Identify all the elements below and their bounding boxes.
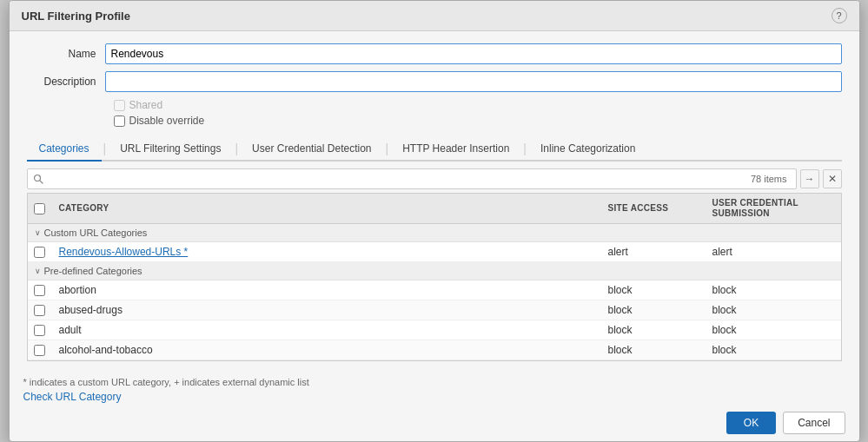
category-link[interactable]: Rendevous-Allowed-URLs * <box>59 246 189 258</box>
table-body: ∨ Custom URL Categories Rendevous-Allowe… <box>28 224 841 360</box>
tab-inline-categorization[interactable]: Inline Categorization <box>528 137 647 162</box>
tab-http-header-insertion[interactable]: HTTP Header Insertion <box>390 137 521 162</box>
check-url-link[interactable]: Check URL Category <box>23 391 845 403</box>
dialog-body: Name Description Shared Disable override… <box>10 31 859 370</box>
dialog-footer: * indicates a custom URL category, + ind… <box>10 370 859 441</box>
items-count: 78 items <box>751 174 791 184</box>
row-scroll <box>827 307 841 313</box>
row-scroll <box>827 248 841 255</box>
search-icon <box>33 174 43 184</box>
row-user-credential: block <box>706 340 827 360</box>
th-user-credential: USER CREDENTIAL SUBMISSION <box>706 194 827 223</box>
cancel-button[interactable]: Cancel <box>783 412 845 434</box>
row-category-name: adult <box>52 320 601 340</box>
dialog-header: URL Filtering Profile ? <box>10 1 859 31</box>
name-label: Name <box>27 48 105 60</box>
search-input[interactable] <box>47 173 747 185</box>
row-select-checkbox[interactable] <box>34 305 45 316</box>
description-label: Description <box>27 76 105 88</box>
row-category-name: alcohol-and-tobacco <box>52 340 601 360</box>
row-checkbox[interactable] <box>28 301 52 320</box>
row-site-access: block <box>601 280 706 300</box>
row-checkbox[interactable] <box>28 281 52 300</box>
row-select-checkbox[interactable] <box>34 345 45 356</box>
svg-line-1 <box>39 181 42 183</box>
table-row: abused-drugs block block <box>28 300 841 320</box>
table-row: abortion block block <box>28 280 841 300</box>
group-predefined-label: ∨ Pre-defined Categories <box>28 262 841 280</box>
th-category: CATEGORY <box>52 199 601 218</box>
group-custom-url-label: ∨ Custom URL Categories <box>28 224 841 241</box>
tab-user-credential-detection[interactable]: User Credential Detection <box>240 137 383 162</box>
row-scroll <box>827 346 841 353</box>
row-user-credential: alert <box>706 242 827 261</box>
row-site-access: alert <box>601 242 706 261</box>
tabs-bar: Categories | URL Filtering Settings | Us… <box>27 137 842 162</box>
row-user-credential: block <box>706 300 827 320</box>
tab-url-filtering-settings[interactable]: URL Filtering Settings <box>108 137 233 162</box>
th-site-access: SITE ACCESS <box>601 199 706 218</box>
footer-note: * indicates a custom URL category, + ind… <box>23 377 845 387</box>
row-category-name: Rendevous-Allowed-URLs * <box>52 242 601 261</box>
row-checkbox[interactable] <box>28 321 52 340</box>
shared-checkbox[interactable] <box>114 100 125 111</box>
disable-override-row: Disable override <box>114 115 842 127</box>
row-site-access: block <box>601 320 706 340</box>
search-close-button[interactable]: ✕ <box>823 169 842 188</box>
description-row: Description <box>27 71 842 92</box>
row-user-credential: block <box>706 280 827 300</box>
row-site-access: block <box>601 340 706 360</box>
name-input[interactable] <box>105 43 842 64</box>
row-site-access: block <box>601 300 706 320</box>
url-filtering-profile-dialog: URL Filtering Profile ? Name Description… <box>9 0 860 442</box>
group-custom-url: ∨ Custom URL Categories <box>28 224 841 242</box>
search-next-button[interactable]: → <box>800 169 819 188</box>
row-select-checkbox[interactable] <box>34 247 45 258</box>
row-category-name: abused-drugs <box>52 300 601 320</box>
chevron-down-icon[interactable]: ∨ <box>35 228 41 237</box>
table-header: CATEGORY SITE ACCESS USER CREDENTIAL SUB… <box>28 194 841 224</box>
categories-table: CATEGORY SITE ACCESS USER CREDENTIAL SUB… <box>27 193 842 361</box>
shared-label: Shared <box>129 99 163 111</box>
dialog-title: URL Filtering Profile <box>22 10 130 23</box>
tab-categories[interactable]: Categories <box>27 137 102 162</box>
row-checkbox[interactable] <box>28 243 52 261</box>
chevron-down-icon-2[interactable]: ∨ <box>35 267 41 275</box>
row-select-checkbox[interactable] <box>34 325 45 336</box>
row-user-credential: block <box>706 320 827 340</box>
row-scroll <box>827 327 841 333</box>
table-row: alcohol-and-tobacco block block <box>28 340 841 360</box>
th-scroll <box>827 204 841 213</box>
row-scroll <box>827 287 841 294</box>
group-predefined: ∨ Pre-defined Categories <box>28 262 841 280</box>
name-row: Name <box>27 43 842 64</box>
description-input[interactable] <box>105 71 842 92</box>
th-checkbox <box>28 203 52 214</box>
select-all-checkbox[interactable] <box>34 203 45 214</box>
search-wrap: 78 items <box>27 168 797 189</box>
table-row: adult block block <box>28 320 841 340</box>
row-checkbox[interactable] <box>28 341 52 360</box>
footer-actions: OK Cancel <box>23 412 845 434</box>
ok-button[interactable]: OK <box>726 412 776 434</box>
search-bar: 78 items → ✕ <box>27 168 842 189</box>
table-row: Rendevous-Allowed-URLs * alert alert <box>28 242 841 262</box>
shared-row: Shared <box>114 99 842 111</box>
row-select-checkbox[interactable] <box>34 285 45 296</box>
help-icon[interactable]: ? <box>832 8 847 23</box>
disable-override-checkbox[interactable] <box>114 115 125 127</box>
disable-override-label: Disable override <box>129 115 205 127</box>
row-category-name: abortion <box>52 280 601 300</box>
